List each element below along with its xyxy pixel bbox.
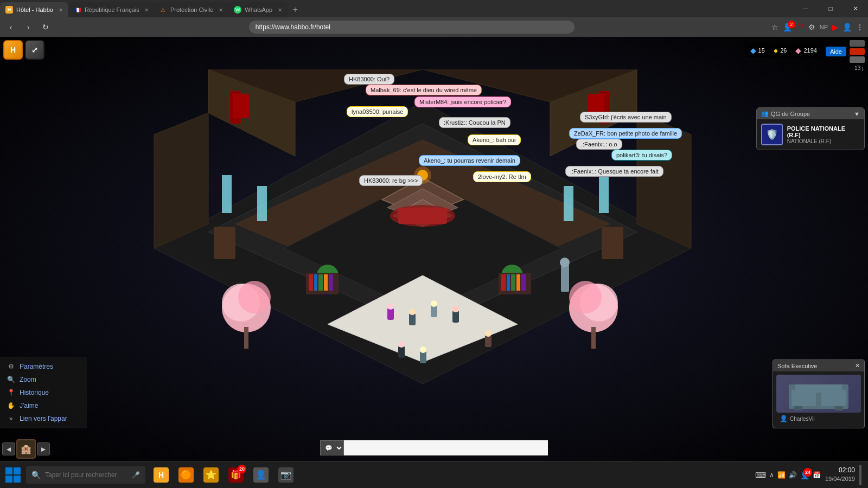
np-label: NP [820, 24, 828, 30]
svg-point-64 [560, 258, 570, 267]
svg-rect-56 [329, 274, 333, 291]
svg-rect-47 [420, 351, 426, 363]
calendar-icon[interactable]: 📅 [813, 471, 821, 479]
account-icon[interactable]: 👤 [843, 23, 852, 31]
room-nav-controls: ◄ 🏨 ► [0, 437, 52, 461]
taskbar-tray-icon-1[interactable]: ⌨ [755, 471, 766, 479]
chat-bubble-2love: 2love-my2: Re tlm [473, 171, 531, 182]
sidebar-item-lien[interactable]: » Lien vers l'appar [0, 412, 87, 425]
chat-bubble-polikart: polikart3: tu disais? [611, 150, 672, 160]
show-desktop-button[interactable] [859, 465, 861, 485]
group-panel-header: 👥 QG de Groupe ▼ [757, 108, 864, 119]
chat-input[interactable] [344, 440, 548, 455]
chat-bubble-mister: MisterM84: jsuis encore policier? [414, 97, 511, 107]
group-info: POLICE NATIONALE (R.F) NATIONALE (R.F) [787, 125, 860, 144]
game-area: HK83000: Oui? Malbak_69: c'est le dieu d… [0, 37, 868, 461]
topright-btn3[interactable] [850, 56, 865, 63]
tab-wa-close[interactable]: ✕ [278, 7, 282, 13]
notification-area[interactable]: 👤 24 [800, 471, 809, 479]
search-icon: 🔍 [31, 471, 41, 479]
profile-icon[interactable]: 👤 2 [783, 23, 792, 31]
days-indicator: 13 j. [756, 65, 865, 71]
taskbar-app-3[interactable]: ⭐ [200, 464, 222, 486]
app4-icon: 🎁 20 [228, 467, 244, 483]
more-button[interactable]: ⋮ [856, 23, 864, 31]
taskbar-search-input[interactable] [45, 471, 127, 479]
tab-hotel-close[interactable]: ✕ [59, 7, 63, 13]
svg-point-23 [569, 281, 602, 313]
taskbar-app-habbo[interactable]: H [150, 464, 173, 486]
aide-button[interactable]: Aide [826, 47, 846, 56]
coins-stat: ● 26 [774, 46, 787, 55]
sofa-close-button[interactable]: ✕ [855, 362, 860, 369]
taskbar-app-6[interactable]: 📷 [275, 464, 297, 486]
volume-icon[interactable]: 🔊 [789, 471, 797, 479]
taskbar-tray-arrow[interactable]: ∧ [769, 471, 774, 479]
minimize-button[interactable]: ─ [793, 0, 818, 17]
back-button[interactable]: ‹ [4, 21, 17, 34]
room-scene[interactable]: HK83000: Oui? Malbak_69: c'est le dieu d… [138, 69, 707, 395]
svg-point-42 [452, 306, 459, 312]
left-sidebar: ⚙ Paramètres 🔍 Zoom 📍 Historique ✋ J'aim… [0, 357, 87, 428]
stats-bar: ◆ 15 ● 26 ◆ 2194 [745, 43, 822, 58]
tab-pc[interactable]: ⚠ Protection Civile ✕ [154, 2, 228, 17]
chat-type-dropdown[interactable]: 💬 [320, 440, 344, 455]
youtube-icon[interactable]: ▶ [832, 23, 838, 31]
start-button[interactable] [0, 461, 26, 489]
svg-rect-62 [521, 274, 526, 291]
taskbar-app-4[interactable]: 🎁 20 [225, 464, 247, 486]
chat-input-area: 💬 [320, 438, 548, 458]
svg-point-48 [420, 346, 426, 353]
nav-arrow-left[interactable]: ◄ [2, 442, 15, 455]
tab-whatsapp[interactable]: W WhatsApp ✕ [228, 2, 288, 17]
sidebar-item-jaime[interactable]: ✋ J'aime [0, 399, 87, 412]
svg-rect-54 [318, 274, 323, 291]
maximize-button[interactable]: □ [818, 0, 843, 17]
close-button[interactable]: ✕ [843, 0, 868, 17]
group-badge: 🛡️ [761, 124, 783, 145]
tab-hotel[interactable]: H Hôtel - Habbo ✕ [0, 2, 68, 17]
sidebar-item-parametres[interactable]: ⚙ Paramètres [0, 360, 87, 373]
clock[interactable]: 02:00 19/04/2019 [825, 466, 855, 483]
tab-hotel-favicon: H [5, 6, 13, 14]
tab-pc-close[interactable]: ✕ [219, 7, 223, 13]
link-icon: » [7, 414, 15, 423]
network-icon[interactable]: 📶 [777, 471, 786, 479]
habbo-expand-button[interactable]: ⤢ [25, 40, 44, 60]
taskbar-app-2[interactable]: 🟠 [175, 464, 197, 486]
shield-icon[interactable]: 🛡 [796, 23, 804, 31]
tab-fr-favicon: 🇫🇷 [74, 6, 81, 14]
star-icon[interactable]: ☆ [771, 23, 778, 31]
group-panel-dropdown[interactable]: ▼ [854, 111, 860, 117]
reload-button[interactable]: ↻ [39, 21, 52, 34]
tab-fr-close[interactable]: ✕ [144, 7, 149, 13]
svg-rect-63 [561, 265, 569, 292]
taskbar-right: ⌨ ∧ 📶 🔊 👤 24 📅 02:00 19/04/2019 [755, 465, 868, 485]
sidebar-item-zoom[interactable]: 🔍 Zoom [0, 373, 87, 386]
svg-rect-41 [452, 311, 459, 323]
nav-arrow-right[interactable]: ► [37, 442, 50, 455]
browser-chrome: H Hôtel - Habbo ✕ 🇫🇷 République Français… [0, 0, 868, 17]
app5-icon: 👤 [253, 467, 269, 483]
svg-rect-70 [821, 390, 846, 406]
address-input[interactable] [249, 21, 575, 34]
svg-rect-37 [409, 313, 416, 325]
tab-wa-favicon: W [234, 6, 241, 14]
topright-btn2[interactable] [850, 48, 865, 55]
sofa-panel-body: 👤 CharlesVii [773, 371, 864, 428]
chat-bubble-faenix2: .:Faenix:.: Quesque ta encore fait [565, 166, 663, 177]
new-tab-button[interactable]: + [288, 2, 303, 17]
taskbar-app-5[interactable]: 👤 [250, 464, 272, 486]
chat-bubble-s3xy: S3xyGIrl: j'écris avec une main [580, 112, 672, 123]
topright-btn1[interactable] [850, 40, 865, 47]
settings-icon[interactable]: ⚙ [808, 23, 815, 31]
forward-button[interactable]: › [22, 21, 35, 34]
sidebar-item-historique[interactable]: 📍 Historique [0, 386, 87, 399]
taskbar-search[interactable]: 🔍 🎤 [26, 466, 145, 484]
room-nav-center[interactable]: 🏨 [16, 439, 36, 459]
svg-rect-30 [602, 227, 623, 259]
habbo-topleft-buttons: H ⤢ [3, 40, 44, 60]
habbo-home-button[interactable]: H [3, 40, 23, 60]
tab-fr[interactable]: 🇫🇷 République Française de Habbo ✕ [68, 2, 154, 17]
svg-rect-72 [835, 406, 843, 410]
